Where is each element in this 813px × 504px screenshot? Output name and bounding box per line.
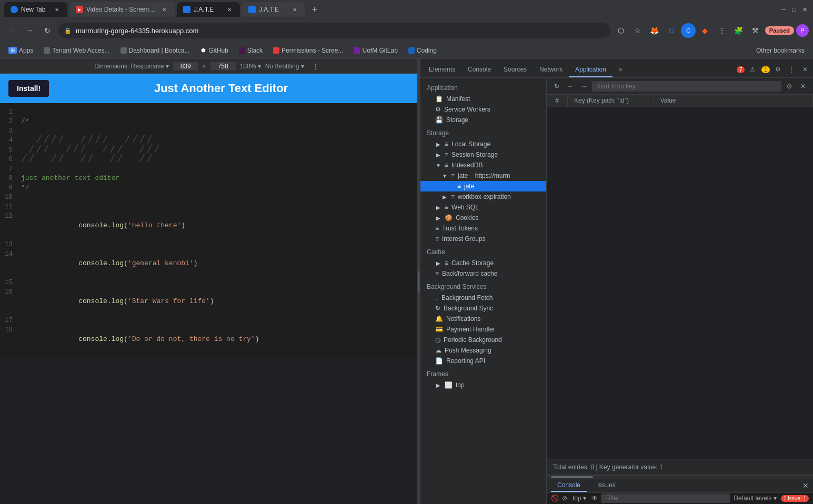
tree-item-jate-table[interactable]: ≡ jate [420, 181, 546, 191]
tree-item-payment-handler[interactable]: 💳 Payment Handler [420, 324, 546, 335]
tree-item-push-messaging[interactable]: ☁ Push Messaging [420, 345, 546, 356]
kv-forward-btn[interactable]: → [578, 80, 590, 92]
editor-body[interactable]: 1 2 /* 3 4 [0, 103, 417, 358]
maximize-button[interactable]: □ [790, 5, 798, 14]
console-eye-icon[interactable]: 👁 [591, 495, 598, 502]
devtools-icon[interactable]: ⚒ [748, 23, 763, 38]
extension3-icon[interactable]: C [681, 23, 696, 38]
width-input[interactable] [173, 62, 198, 70]
tab-application[interactable]: Application [569, 63, 613, 77]
bookmark-slack[interactable]: Slack [235, 44, 267, 57]
tree-item-notifications[interactable]: 🔔 Notifications [420, 314, 546, 324]
bookmark-dashboard[interactable]: Dashboard | Bootca... [116, 44, 194, 57]
tree-item-top[interactable]: ▶ ⬜ top [420, 380, 546, 390]
bookmark-uofm[interactable]: UofM GitLab [349, 44, 402, 57]
bookmark-tenant[interactable]: Tenant Web Acces... [39, 44, 114, 57]
devtools-close-icon[interactable]: ✕ [799, 64, 811, 75]
console-tab-console[interactable]: Console [551, 479, 587, 492]
profile-avatar[interactable]: P [796, 24, 809, 37]
default-levels[interactable]: Default levels ▾ [734, 495, 776, 502]
tree-item-indexeddb[interactable]: ▼ ≡ IndexedDB [420, 160, 546, 170]
issues-icon[interactable]: ⚠ [747, 64, 758, 75]
tab-screencastify[interactable]: ▶ Video Details - Screencastify ✕ [69, 2, 175, 17]
scroll-bar [551, 476, 593, 478]
tree-item-bg-sync[interactable]: ↻ Background Sync [420, 303, 546, 314]
top-selector[interactable]: top ▾ [570, 495, 588, 502]
tab-network[interactable]: Network [533, 63, 569, 77]
tree-item-local-storage[interactable]: ▶ ≡ Local Storage [420, 139, 546, 149]
console-settings-icon[interactable]: ⊘ [562, 495, 567, 502]
bookmark-github[interactable]: ⬟ GitHub [196, 44, 232, 57]
dashboard-favicon [121, 47, 127, 54]
tree-item-service-workers[interactable]: ⚙ Service Workers [420, 104, 546, 115]
tab-newtab[interactable]: New Tab ✕ [4, 2, 67, 17]
tree-item-cookies[interactable]: ▶ 🍪 Cookies [420, 213, 546, 223]
jate2-close[interactable]: ✕ [290, 5, 299, 14]
resize-handle[interactable] [417, 59, 420, 504]
kv-clear-btn[interactable]: ⊘ [784, 80, 795, 92]
tab-sources[interactable]: Sources [497, 63, 533, 77]
tree-item-jate-db[interactable]: ▼ ≡ jate – https://murm [420, 170, 546, 181]
forward-button[interactable]: → [22, 23, 37, 38]
paused-badge[interactable]: Paused [765, 26, 794, 35]
kv-close-btn[interactable]: ✕ [797, 80, 809, 92]
back-button[interactable]: ← [4, 23, 19, 38]
newtab-close[interactable]: ✕ [53, 5, 61, 14]
notifications-icon: 🔔 [435, 315, 443, 322]
tab-more[interactable]: » [613, 63, 629, 77]
star-icon[interactable]: ☆ [630, 23, 645, 38]
responsive-more-icon[interactable]: ⋮ [308, 59, 323, 74]
new-tab-button[interactable]: + [307, 2, 322, 17]
screencastify-close[interactable]: ✕ [160, 5, 168, 14]
console-clear-icon[interactable]: 🚫 [551, 495, 559, 502]
extension1-icon[interactable]: 🦊 [647, 23, 662, 38]
devtools-more-icon[interactable]: ⋮ [786, 64, 797, 75]
devtools-settings-icon[interactable]: ⚙ [772, 64, 784, 75]
bookmark-coding[interactable]: Coding [404, 44, 441, 57]
refresh-btn[interactable]: ↻ [551, 80, 563, 92]
cast-icon[interactable]: ⬡ [614, 23, 628, 38]
tab-jate2[interactable]: J.A.T.E ✕ [242, 2, 305, 17]
close-button[interactable]: ✕ [800, 5, 809, 14]
scroll-area[interactable] [547, 476, 813, 479]
throttle-label: No throttling ▾ [265, 63, 304, 70]
extension2-icon[interactable]: G [664, 23, 679, 38]
tab-elements[interactable]: Elements [423, 63, 461, 77]
tree-item-manifest[interactable]: 📋 Manifest [420, 94, 546, 104]
console-tab-issues[interactable]: Issues [591, 479, 622, 492]
tree-item-storage[interactable]: 💾 Storage [420, 115, 546, 125]
settings-icon[interactable]: ⋮ [715, 23, 729, 38]
indexeddb-expand: ▼ [435, 162, 441, 168]
local-storage-label: Local Storage [451, 140, 490, 148]
tree-item-reporting-api[interactable]: 📄 Reporting API [420, 356, 546, 366]
tree-item-bg-fetch[interactable]: ↓ Background Fetch [420, 293, 546, 303]
extension4-icon[interactable]: ◆ [698, 23, 712, 38]
console-close-button[interactable]: ✕ [802, 481, 809, 490]
kv-search-input[interactable] [592, 81, 781, 92]
bookmark-other[interactable]: Other bookmarks [752, 44, 809, 57]
reload-button[interactable]: ↻ [40, 23, 55, 38]
tab-console[interactable]: Console [461, 63, 497, 77]
extensions-icon[interactable]: 🧩 [731, 23, 746, 38]
minimize-button[interactable]: ─ [779, 5, 788, 14]
tree-item-web-sql[interactable]: ▶ ≡ Web SQL [420, 202, 546, 213]
kv-col-key: Key (Key path: "id") [568, 95, 654, 107]
tree-item-cache-storage[interactable]: ▶ ≡ Cache Storage [420, 258, 546, 268]
tree-item-trust-tokens[interactable]: ≡ Trust Tokens [420, 223, 546, 234]
install-button[interactable]: Install! [8, 80, 49, 97]
height-input[interactable] [210, 62, 236, 70]
cookies-icon: 🍪 [445, 214, 453, 221]
tree-item-workbox[interactable]: ▶ ≡ workbox-expiration [420, 191, 546, 202]
jate1-close[interactable]: ✕ [225, 5, 234, 14]
tree-item-interest-groups[interactable]: ≡ Interest Groups [420, 234, 546, 244]
tree-item-backforward[interactable]: ≡ Back/forward cache [420, 268, 546, 279]
tree-item-periodic-bg[interactable]: ◷ Periodic Background [420, 335, 546, 345]
bookmark-apps[interactable]: ⊞ Apps [4, 44, 37, 57]
address-bar[interactable]: 🔒 murmuring-gorge-64335.herokuapp.com [58, 23, 610, 38]
session-storage-expand: ▶ [435, 152, 441, 158]
kv-back-btn[interactable]: ← [565, 80, 576, 92]
tree-item-session-storage[interactable]: ▶ ≡ Session Storage [420, 149, 546, 160]
console-filter-input[interactable] [601, 493, 730, 503]
bookmark-permissions[interactable]: Permissions - Scree... [269, 44, 347, 57]
tab-jate1[interactable]: J.A.T.E ✕ [177, 2, 240, 17]
